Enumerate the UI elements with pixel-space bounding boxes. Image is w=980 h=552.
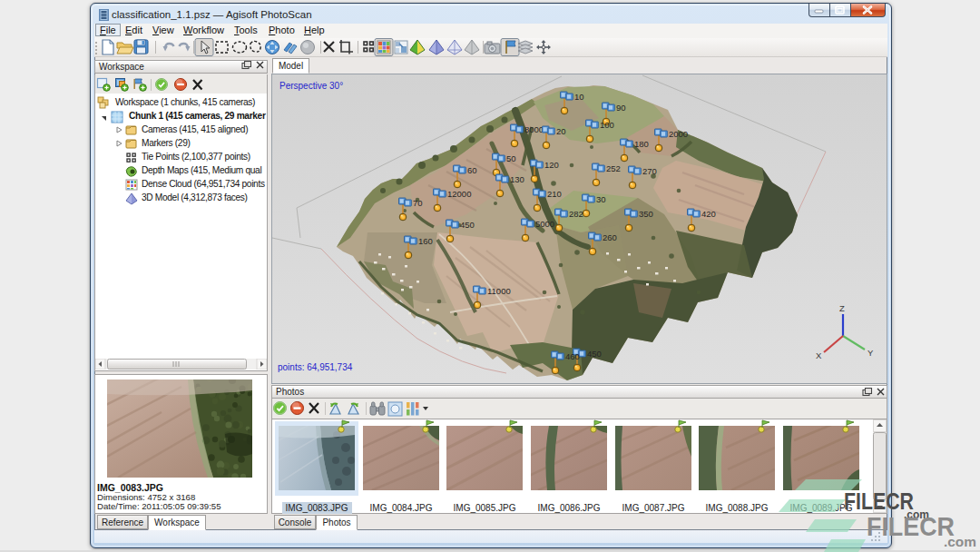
svg-text:130: 130 (510, 174, 524, 184)
svg-text:Perspective 30°: Perspective 30° (279, 81, 343, 91)
svg-text:50: 50 (506, 153, 516, 163)
svg-text:Y: Y (867, 348, 874, 358)
svg-text:8000: 8000 (524, 124, 544, 134)
svg-text:460: 460 (565, 351, 580, 361)
svg-text:282: 282 (569, 209, 583, 219)
svg-text:20: 20 (556, 126, 566, 136)
svg-text:2000: 2000 (669, 129, 688, 139)
svg-text:10: 10 (574, 92, 584, 102)
svg-text:FILECR: FILECR (867, 511, 955, 541)
svg-text:160: 160 (418, 236, 433, 246)
svg-text:270: 270 (642, 166, 657, 176)
svg-text:Z: Z (839, 303, 845, 313)
svg-text:X: X (816, 350, 822, 360)
svg-text:100: 100 (600, 120, 614, 130)
svg-text:5000: 5000 (535, 219, 554, 229)
svg-text:12000: 12000 (447, 189, 471, 199)
svg-text:11000: 11000 (487, 286, 511, 296)
svg-text:450: 450 (587, 349, 602, 359)
svg-text:90: 90 (616, 103, 626, 113)
svg-text:210: 210 (547, 189, 562, 199)
svg-text:180: 180 (634, 139, 649, 149)
svg-text:350: 350 (639, 209, 653, 219)
svg-text:260: 260 (603, 232, 617, 242)
svg-text:60: 60 (467, 165, 477, 175)
svg-text:.com: .com (944, 534, 976, 549)
svg-text:420: 420 (701, 209, 716, 219)
svg-text:252: 252 (606, 163, 621, 173)
svg-text:points: 64,951,734: points: 64,951,734 (278, 362, 353, 372)
svg-text:70: 70 (413, 198, 423, 208)
svg-text:450: 450 (460, 220, 475, 230)
svg-text:30: 30 (596, 194, 606, 204)
svg-text:120: 120 (544, 160, 559, 170)
